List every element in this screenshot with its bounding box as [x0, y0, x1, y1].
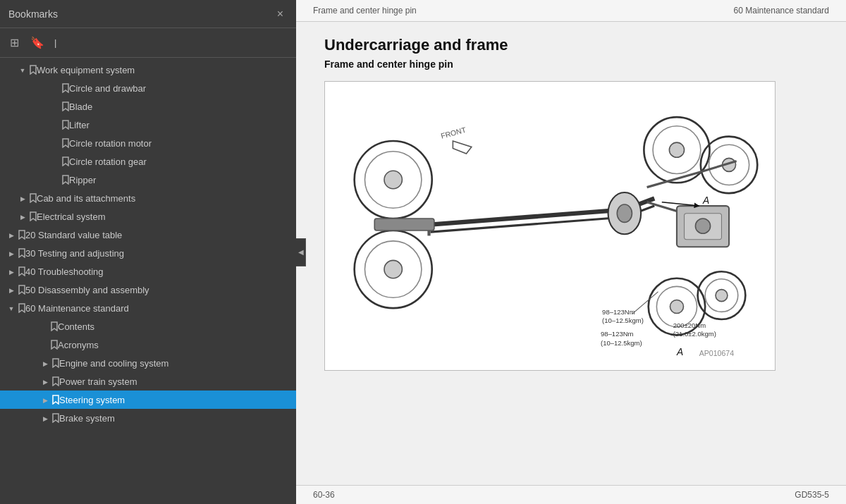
- item-label-steering-system: Steering system: [59, 395, 290, 405]
- expand-icon-power-train: [39, 378, 51, 386]
- tree-item-lifter[interactable]: Lifter: [0, 116, 296, 134]
- tree-item-steering-system[interactable]: Steering system: [0, 391, 296, 409]
- document-panel: Frame and center hinge pin 60 Maintenanc…: [296, 0, 846, 504]
- expand-icon-engine: [39, 359, 51, 367]
- bookmark-icon: [52, 358, 59, 368]
- bookmark-icon: [51, 340, 58, 350]
- tree-item-testing-adjusting[interactable]: 30 Testing and adjusting: [0, 244, 296, 262]
- doc-header-left: Frame and center hinge pin: [313, 6, 417, 16]
- bookmark-tree: Work equipment system Circle and drawbar…: [0, 58, 296, 504]
- tree-item-disassembly-assembly[interactable]: 50 Disassembly and assembly: [0, 281, 296, 299]
- expand-icon-electrical: [17, 213, 28, 221]
- doc-footer-left: 60-36: [313, 490, 335, 500]
- tree-item-blade[interactable]: Blade: [0, 97, 296, 116]
- item-label-maintenance-standard: 60 Maintenance standard: [25, 303, 290, 314]
- svg-point-14: [670, 300, 683, 313]
- tree-item-circle-rotation-motor[interactable]: Circle rotation motor: [0, 134, 296, 152]
- item-label-power-train: Power train system: [59, 376, 290, 387]
- item-label-troubleshooting: 40 Troubleshooting: [25, 266, 290, 277]
- bookmark-icon: [30, 211, 37, 221]
- bookmark-icon: [18, 285, 25, 295]
- bookmark-icon: [62, 83, 69, 93]
- tree-item-electrical-system[interactable]: Electrical system: [0, 207, 296, 226]
- item-label-circle-drawbar: Circle and drawbar: [69, 83, 290, 94]
- item-label-acronyms: Acronyms: [58, 340, 290, 350]
- svg-text:FRONT: FRONT: [440, 125, 467, 140]
- bookmark-options-icon: 🔖: [30, 37, 44, 49]
- tree-item-power-train[interactable]: Power train system: [0, 372, 296, 391]
- list-view-button[interactable]: ⊞: [6, 33, 23, 52]
- item-label-standard-value: 20 Standard value table: [25, 230, 290, 240]
- bookmark-icon: [30, 193, 37, 203]
- tree-item-engine-cooling[interactable]: Engine and cooling system: [0, 354, 296, 372]
- svg-text:98–123Nm: 98–123Nm: [601, 330, 634, 338]
- collapse-arrow-icon: ◀: [298, 248, 304, 256]
- tree-item-contents[interactable]: Contents: [0, 317, 296, 336]
- expand-icon-brake: [39, 414, 51, 422]
- svg-text:(21.0±2.0kgm): (21.0±2.0kgm): [673, 330, 716, 338]
- tree-item-ripper[interactable]: Ripper: [0, 171, 296, 189]
- item-label-electrical-system: Electrical system: [37, 211, 290, 222]
- bookmark-icon: [62, 120, 69, 130]
- item-label-work-equipment: Work equipment system: [37, 65, 290, 75]
- panel-title: Bookmarks: [8, 8, 58, 20]
- item-label-lifter: Lifter: [69, 120, 290, 130]
- item-label-circle-rotation-motor: Circle rotation motor: [69, 138, 290, 149]
- bookmark-icon: [52, 395, 59, 405]
- expand-icon-standard: [6, 231, 17, 239]
- tree-item-troubleshooting[interactable]: 40 Troubleshooting: [0, 262, 296, 281]
- bookmark-icon: [18, 248, 25, 258]
- svg-text:A: A: [702, 195, 709, 206]
- technical-diagram: A FRONT 98–123Nm (10–12.5kgm) 98–123Nm (…: [333, 90, 766, 359]
- svg-text:(10–12.5kgm): (10–12.5kgm): [602, 316, 644, 324]
- doc-footer-right: GD535-5: [795, 490, 829, 500]
- document-content: Undercarriage and frame Frame and center…: [296, 22, 846, 485]
- tree-item-work-equipment[interactable]: Work equipment system: [0, 61, 296, 79]
- svg-text:200±20Nm: 200±20Nm: [673, 321, 706, 329]
- bookmark-icon: [18, 266, 25, 276]
- bookmark-icon: [62, 156, 69, 166]
- tree-item-standard-value[interactable]: 20 Standard value table: [0, 226, 296, 244]
- bookmark-icon: [18, 230, 25, 240]
- document-footer: 60-36 GD535-5: [296, 485, 846, 504]
- svg-text:AP010674: AP010674: [699, 349, 735, 357]
- item-label-disassembly-assembly: 50 Disassembly and assembly: [25, 285, 290, 295]
- svg-point-8: [669, 142, 684, 157]
- expand-icon-cab: [17, 195, 28, 202]
- doc-subtitle: Frame and center hinge pin: [324, 59, 818, 70]
- collapse-panel-tab[interactable]: ◀: [296, 238, 306, 266]
- item-label-testing-adjusting: 30 Testing and adjusting: [25, 248, 290, 259]
- item-label-ripper: Ripper: [69, 175, 290, 185]
- tree-item-maintenance-standard[interactable]: 60 Maintenance standard: [0, 299, 296, 317]
- toolbar: ⊞ 🔖 |: [0, 28, 296, 58]
- item-label-blade: Blade: [69, 102, 290, 112]
- item-label-cab-attachments: Cab and its attachments: [37, 193, 290, 204]
- item-label-circle-rotation-gear: Circle rotation gear: [69, 156, 290, 167]
- document-header: Frame and center hinge pin 60 Maintenanc…: [296, 0, 846, 22]
- svg-point-17: [716, 290, 728, 302]
- item-label-brake-system: Brake system: [59, 413, 290, 424]
- tree-item-brake-system[interactable]: Brake system: [0, 409, 296, 427]
- doc-title: Undercarriage and frame: [324, 36, 818, 54]
- bookmark-icon: [52, 376, 59, 386]
- item-label-contents: Contents: [58, 321, 290, 332]
- expand-icon-troubleshooting: [6, 268, 17, 276]
- svg-point-5: [384, 260, 402, 278]
- bookmarks-panel: Bookmarks × ⊞ 🔖 | Work equipment system …: [0, 0, 296, 504]
- svg-text:98–123Nm: 98–123Nm: [602, 308, 635, 316]
- bookmark-icon: [51, 321, 58, 331]
- tree-item-cab-attachments[interactable]: Cab and its attachments: [0, 189, 296, 207]
- expand-icon-disassembly: [6, 286, 17, 294]
- svg-line-31: [632, 292, 658, 314]
- expand-icon-work-equipment: [17, 66, 28, 74]
- close-button[interactable]: ×: [273, 6, 288, 22]
- tree-item-acronyms[interactable]: Acronyms: [0, 336, 296, 354]
- bookmark-options-button[interactable]: 🔖: [26, 33, 49, 52]
- svg-marker-27: [453, 141, 471, 154]
- panel-header: Bookmarks ×: [0, 0, 296, 28]
- svg-rect-19: [374, 219, 434, 231]
- expand-icon-steering: [39, 396, 51, 404]
- tree-item-circle-rotation-gear[interactable]: Circle rotation gear: [0, 152, 296, 171]
- doc-image-container: A FRONT 98–123Nm (10–12.5kgm) 98–123Nm (…: [324, 81, 776, 371]
- tree-item-circle-drawbar[interactable]: Circle and drawbar: [0, 79, 296, 97]
